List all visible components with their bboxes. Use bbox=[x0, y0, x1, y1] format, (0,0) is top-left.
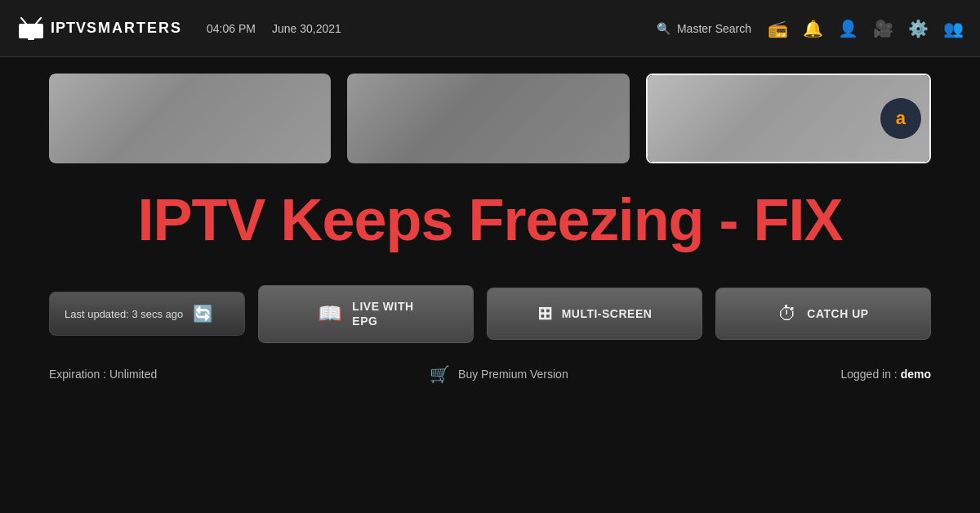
carousel-section: a bbox=[0, 57, 980, 172]
live-epg-icon: 📖 bbox=[318, 302, 342, 325]
live-epg-button[interactable]: 📖 LIVE WITHEPG bbox=[258, 285, 474, 342]
user-icon[interactable]: 👤 bbox=[838, 19, 858, 38]
buttons-section: Last updated: 3 secs ago 🔄 📖 LIVE WITHEP… bbox=[0, 269, 980, 350]
bell-icon[interactable]: 🔔 bbox=[803, 19, 823, 38]
multi-screen-button[interactable]: ⊞ MULTI-SCREEN bbox=[487, 288, 702, 340]
main-title: IPTV Keeps Freezing - FIX bbox=[49, 188, 931, 252]
logo-area: IPTV SMARTERS bbox=[16, 17, 182, 40]
main-text-section: IPTV Keeps Freezing - FIX bbox=[0, 172, 980, 269]
users-icon[interactable]: 👥 bbox=[943, 19, 964, 38]
svg-line-3 bbox=[36, 18, 41, 24]
catch-up-button[interactable]: ⏱ CATCH UP bbox=[715, 288, 931, 340]
multi-screen-label: MULTI-SCREEN bbox=[562, 306, 653, 321]
footer-section: Expiration : Unlimited 🛒 Buy Premium Ver… bbox=[0, 351, 980, 397]
carousel-card-3[interactable]: a bbox=[646, 74, 931, 163]
cart-icon: 🛒 bbox=[430, 364, 450, 384]
update-text: Last updated: 3 secs ago bbox=[65, 308, 183, 320]
premium-label: Buy Premium Version bbox=[458, 368, 568, 381]
expiry-value: Unlimited bbox=[109, 368, 157, 381]
carousel-card-1[interactable] bbox=[49, 74, 331, 163]
header-icons: 📻 🔔 👤 🎥 ⚙️ 👥 bbox=[768, 19, 964, 38]
header: IPTV SMARTERS 04:06 PM June 30,2021 🔍 Ma… bbox=[0, 0, 980, 57]
multi-screen-icon: ⊞ bbox=[537, 303, 552, 324]
logo-iptv: IPTV bbox=[51, 20, 87, 37]
settings-icon[interactable]: ⚙️ bbox=[908, 19, 929, 38]
catch-up-icon: ⏱ bbox=[777, 302, 797, 325]
header-date: June 30,2021 bbox=[272, 22, 341, 35]
update-card[interactable]: Last updated: 3 secs ago 🔄 bbox=[49, 292, 245, 336]
search-label: Master Search bbox=[677, 22, 751, 35]
logo-text: IPTV SMARTERS bbox=[51, 20, 182, 37]
footer-premium[interactable]: 🛒 Buy Premium Version bbox=[430, 364, 568, 384]
svg-rect-4 bbox=[28, 38, 34, 40]
logged-user: demo bbox=[901, 368, 931, 381]
record-icon[interactable]: 🎥 bbox=[873, 19, 893, 38]
carousel-card-2[interactable] bbox=[347, 74, 629, 163]
svg-line-2 bbox=[21, 18, 26, 24]
search-icon: 🔍 bbox=[657, 22, 670, 35]
footer-expiry: Expiration : Unlimited bbox=[49, 367, 157, 381]
footer-logged: Logged in : demo bbox=[840, 367, 931, 381]
expiry-label: Expiration : bbox=[49, 368, 106, 381]
logged-label: Logged in : bbox=[840, 368, 897, 381]
header-time: 04:06 PM bbox=[207, 22, 256, 35]
radio-icon[interactable]: 📻 bbox=[768, 19, 788, 38]
search-area[interactable]: 🔍 Master Search bbox=[657, 22, 751, 35]
svg-rect-1 bbox=[20, 25, 42, 37]
amazon-logo: a bbox=[880, 98, 921, 139]
catch-up-label: CATCH UP bbox=[807, 306, 868, 321]
refresh-icon[interactable]: 🔄 bbox=[193, 304, 213, 323]
live-epg-label: LIVE WITHEPG bbox=[352, 299, 413, 328]
logo-smarters: SMARTERS bbox=[87, 20, 182, 37]
tv-icon bbox=[16, 17, 46, 40]
